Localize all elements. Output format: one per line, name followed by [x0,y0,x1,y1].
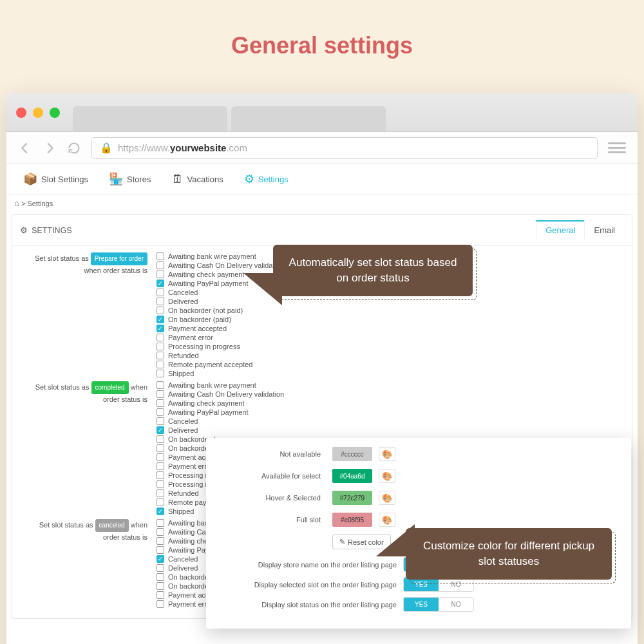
checkbox[interactable] [156,352,164,359]
minimize-icon[interactable] [33,108,43,118]
back-button[interactable] [18,141,32,155]
nav-item-slot-settings[interactable]: 📦Slot Settings [14,169,97,189]
color-picker-button[interactable]: 🎨 [379,491,395,505]
checkbox[interactable] [156,471,164,479]
toggle-no[interactable]: NO [439,578,473,591]
check-item[interactable]: Payment error [156,334,284,341]
check-item[interactable]: Payment accepted [156,325,284,332]
checkbox[interactable] [156,270,164,278]
nav-icon: 🏪 [109,172,123,186]
checkbox[interactable] [156,444,164,452]
toggle[interactable]: YESNO [403,597,474,612]
nav-label: Vacations [187,175,223,184]
home-icon[interactable] [14,200,19,207]
nav-item-stores[interactable]: 🏪Stores [100,169,160,189]
tab-general[interactable]: General [536,220,584,239]
color-picker-button[interactable]: 🎨 [379,447,395,461]
checkbox[interactable] [156,480,164,488]
checkbox[interactable] [156,555,164,563]
check-item[interactable]: Awaiting check payment [156,399,284,407]
color-row: Available for select#04aa6d🎨 [216,469,621,483]
browser-tab[interactable] [73,106,227,131]
close-icon[interactable] [16,108,26,118]
check-item[interactable]: Canceled [156,417,284,425]
color-swatch[interactable]: #e08f95 [332,513,372,527]
checkbox[interactable] [156,528,164,536]
checkbox[interactable] [156,370,164,377]
row-label: Set slot status as canceled when order s… [21,519,156,542]
checkbox[interactable] [156,252,164,260]
check-item[interactable]: Awaiting Cash On Delivery validation [156,390,284,398]
checkbox[interactable] [156,462,164,470]
check-label: Canceled [168,289,198,296]
lock-icon: 🔒 [100,142,113,154]
checkbox[interactable] [156,390,164,398]
toggle-yes[interactable]: YES [404,578,439,591]
checkbox[interactable] [156,564,164,572]
check-label: Canceled [168,417,198,425]
check-item[interactable]: Awaiting bank wire payment [156,252,284,260]
forward-button[interactable] [43,141,57,155]
checkbox[interactable] [156,325,164,332]
color-swatch[interactable]: #72c279 [332,491,372,505]
toggle-no[interactable]: NO [439,598,473,611]
callout-text: Automatically set slot status based on o… [289,256,457,284]
maximize-icon[interactable] [50,108,60,118]
checkbox[interactable] [156,417,164,425]
check-item[interactable]: Refunded [156,352,284,359]
nav-item-settings[interactable]: ⚙Settings [235,169,298,189]
check-label: Awaiting PayPal payment [168,408,249,416]
traffic-lights [16,108,60,118]
checkbox[interactable] [156,519,164,527]
checkbox[interactable] [156,261,164,269]
checkbox[interactable] [156,591,164,599]
checkbox[interactable] [156,453,164,461]
checkbox[interactable] [156,546,164,554]
checkbox[interactable] [156,307,164,314]
color-swatch[interactable]: #04aa6d [332,469,372,483]
toggle-row: Display slot status on the order listing… [216,597,621,612]
checkbox[interactable] [156,507,164,515]
checkbox[interactable] [156,298,164,305]
checkbox[interactable] [156,435,164,443]
check-item[interactable]: Awaiting PayPal payment [156,408,284,416]
check-item[interactable]: On backorder (paid) [156,316,284,323]
checkbox[interactable] [156,343,164,350]
check-item[interactable]: On backorder (not paid) [156,307,284,314]
color-swatch[interactable]: #cccccc [332,447,372,461]
checkbox[interactable] [156,316,164,323]
checkbox[interactable] [156,408,164,416]
menu-button[interactable] [608,142,626,153]
checkbox[interactable] [156,361,164,368]
check-item[interactable]: Processing in progress [156,343,284,350]
check-item[interactable]: Shipped [156,370,284,377]
checkbox[interactable] [156,381,164,389]
check-item[interactable]: Remote payment accepted [156,361,284,368]
checkbox[interactable] [156,498,164,506]
nav-item-vacations[interactable]: 🗓Vacations [163,169,232,189]
color-picker-button[interactable]: 🎨 [379,469,395,483]
check-label: Refunded [168,489,199,497]
checkbox[interactable] [156,573,164,581]
checkbox[interactable] [156,489,164,497]
checkbox[interactable] [156,399,164,407]
checkbox[interactable] [156,289,164,296]
url-www: www. [147,142,170,153]
check-item[interactable]: Delivered [156,426,284,434]
check-item[interactable]: Awaiting Cash On Delivery validation [156,261,284,269]
checkbox[interactable] [156,600,164,608]
page-title-text: General settings [0,32,644,59]
check-item[interactable]: Awaiting bank wire payment [156,381,284,389]
toggle-yes[interactable]: YES [404,598,439,611]
checkbox[interactable] [156,279,164,287]
checkbox[interactable] [156,334,164,341]
refresh-button[interactable] [67,141,81,155]
toggle-label: Display store name on the order listing … [216,561,397,569]
color-label: Hover & Selected [216,494,326,502]
checkbox[interactable] [156,426,164,434]
browser-tab[interactable] [231,106,386,131]
url-bar[interactable]: 🔒 https://www.yourwebsite.com [91,137,598,159]
checkbox[interactable] [156,537,164,545]
checkbox[interactable] [156,582,164,590]
tab-email[interactable]: Email [584,222,624,239]
